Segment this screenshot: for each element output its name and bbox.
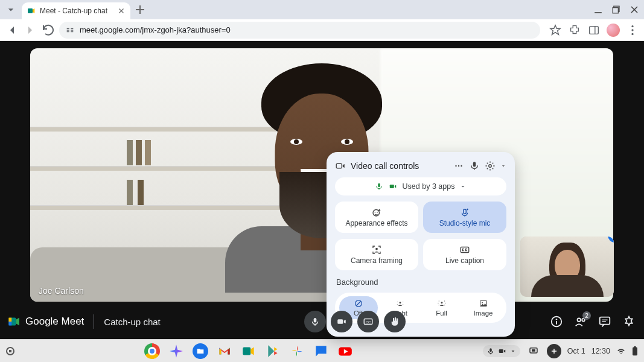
svg-rect-50 [556, 321, 557, 325]
camera-toggle-button[interactable] [331, 311, 352, 332]
svg-point-40 [482, 302, 483, 303]
settings-gear-icon[interactable] [485, 160, 496, 171]
svg-point-27 [399, 302, 401, 303]
launcher-button[interactable] [6, 347, 14, 355]
messages-app-icon[interactable] [313, 343, 329, 359]
gmail-app-icon[interactable] [217, 343, 232, 359]
svg-point-7 [631, 33, 633, 34]
site-settings-icon[interactable] [65, 25, 75, 35]
svg-rect-53 [600, 317, 610, 325]
tray-time: 12:30 [591, 347, 610, 355]
svg-point-32 [441, 302, 442, 303]
gemini-app-icon[interactable] [168, 343, 184, 359]
url-text: meet.google.com/jmx-zgoh-jka?authuser=0 [80, 25, 231, 34]
av-tray-pill[interactable] [483, 345, 520, 357]
svg-point-21 [377, 212, 378, 213]
close-tab-icon[interactable] [117, 7, 126, 15]
side-panel-icon[interactable] [587, 24, 601, 37]
product-name: Google Meet [25, 316, 84, 328]
svg-point-6 [631, 29, 633, 31]
svg-rect-42 [8, 318, 11, 322]
svg-point-33 [438, 300, 439, 301]
device-summary-text: Used by 3 apps [403, 182, 455, 191]
svg-point-13 [458, 165, 459, 167]
svg-rect-56 [243, 347, 250, 355]
svg-point-34 [444, 300, 445, 301]
people-icon[interactable]: 2 [574, 315, 587, 328]
svg-rect-17 [378, 183, 380, 187]
battery-icon [632, 346, 638, 356]
cc-toggle-button[interactable]: CC [357, 311, 379, 332]
mic-header-icon[interactable] [469, 160, 480, 171]
self-view-tile[interactable] [520, 237, 614, 297]
chevron-down-icon [509, 348, 517, 355]
svg-point-29 [403, 302, 403, 302]
system-tray[interactable]: Oct 1 12:30 [483, 344, 638, 358]
profile-avatar[interactable] [607, 24, 620, 37]
raise-hand-button[interactable] [384, 311, 406, 332]
svg-point-12 [455, 165, 456, 167]
extensions-icon[interactable] [568, 24, 581, 37]
chevron-down-icon[interactable] [500, 160, 506, 171]
screen-capture-tray-icon[interactable] [526, 344, 541, 358]
youtube-app-icon[interactable] [337, 343, 353, 359]
svg-rect-0 [28, 8, 33, 13]
divider [94, 314, 94, 329]
camera-framing-tile[interactable]: Camera framing [335, 239, 418, 270]
new-tab-button[interactable] [133, 2, 147, 17]
address-bar[interactable]: meet.google.com/jmx-zgoh-jka?authuser=0 [59, 22, 540, 39]
framing-icon [371, 244, 382, 255]
tabs-search-icon[interactable] [5, 4, 17, 16]
info-icon[interactable] [550, 315, 563, 328]
tile-label: Live caption [445, 256, 484, 265]
meet-bottom-bar: Google Meet Catch-up chat CC 2 [0, 304, 644, 339]
meet-app-icon[interactable] [241, 343, 257, 359]
tile-label: Camera framing [351, 256, 403, 265]
files-app-icon[interactable] [193, 343, 208, 359]
device-summary-pill[interactable]: Used by 3 apps [335, 177, 506, 195]
svg-point-14 [461, 165, 462, 167]
back-button[interactable] [5, 23, 19, 37]
studio-mic-tile[interactable]: Studio-style mic [423, 202, 506, 233]
add-tray-button[interactable] [547, 344, 561, 358]
svg-rect-15 [473, 162, 476, 167]
svg-point-51 [578, 319, 581, 322]
participant-name: Joe Carlson [39, 286, 84, 296]
svg-rect-22 [464, 209, 467, 214]
minimize-window-icon[interactable] [592, 4, 604, 16]
sparkle-face-icon [371, 207, 382, 218]
chrome-app-icon[interactable] [144, 343, 160, 359]
svg-rect-61 [532, 349, 535, 352]
activities-icon[interactable] [622, 315, 636, 328]
restore-window-icon[interactable] [610, 4, 622, 16]
reload-button[interactable] [41, 23, 56, 37]
bookmark-star-icon[interactable] [549, 24, 562, 37]
appearance-effects-tile[interactable]: Appearance effects [335, 202, 418, 233]
people-count-badge: 2 [582, 311, 591, 320]
popup-title: Video call controls [351, 161, 448, 171]
close-window-icon[interactable] [628, 4, 640, 16]
chrome-menu-icon[interactable] [626, 24, 639, 37]
meet-logo: Google Meet [8, 316, 84, 328]
svg-rect-11 [336, 164, 342, 168]
mic-sparkle-icon [459, 207, 470, 218]
tile-label: Appearance effects [345, 219, 407, 227]
mic-toggle-button[interactable] [304, 311, 326, 332]
live-caption-tile[interactable]: Live caption [423, 239, 506, 270]
browser-tab[interactable]: Meet - Catch-up chat [22, 2, 130, 19]
tile-label: Studio-style mic [439, 219, 491, 227]
more-icon[interactable] [453, 160, 464, 171]
svg-rect-44 [314, 318, 317, 323]
chat-icon[interactable] [598, 315, 611, 328]
play-app-icon[interactable] [265, 343, 281, 359]
svg-point-36 [445, 303, 445, 303]
svg-rect-63 [634, 346, 636, 348]
photos-app-icon[interactable] [289, 343, 305, 359]
chrome-tabstrip: Meet - Catch-up chat [0, 0, 644, 19]
cam-green-icon [388, 182, 398, 191]
svg-rect-2 [613, 8, 618, 13]
svg-rect-59 [499, 349, 503, 353]
svg-point-35 [438, 303, 438, 303]
svg-rect-45 [338, 319, 343, 324]
wifi-icon [616, 347, 626, 355]
